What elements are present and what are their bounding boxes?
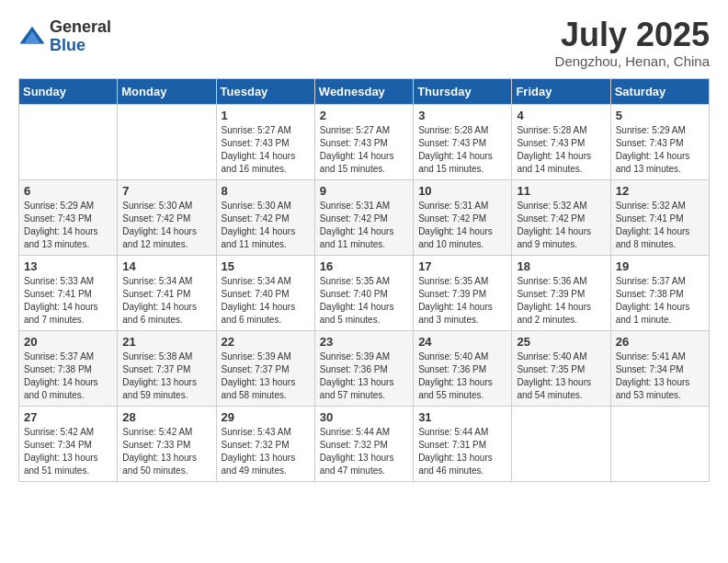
- day-number: 19: [616, 259, 704, 273]
- day-number: 24: [418, 335, 506, 349]
- day-number: 18: [517, 259, 605, 273]
- calendar-cell: 30Sunrise: 5:44 AM Sunset: 7:32 PM Dayli…: [314, 407, 413, 482]
- calendar-cell: 27Sunrise: 5:42 AM Sunset: 7:34 PM Dayli…: [19, 407, 118, 482]
- calendar-cell: 1Sunrise: 5:27 AM Sunset: 7:43 PM Daylig…: [216, 105, 314, 180]
- calendar-cell: 22Sunrise: 5:39 AM Sunset: 7:37 PM Dayli…: [216, 331, 314, 407]
- day-number: 28: [122, 410, 210, 424]
- calendar-cell: 19Sunrise: 5:37 AM Sunset: 7:38 PM Dayli…: [610, 256, 709, 331]
- calendar-cell: 4Sunrise: 5:28 AM Sunset: 7:43 PM Daylig…: [512, 105, 610, 180]
- calendar-cell: [610, 407, 709, 482]
- calendar-cell: 17Sunrise: 5:35 AM Sunset: 7:39 PM Dayli…: [414, 256, 512, 331]
- day-info: Sunrise: 5:29 AM Sunset: 7:43 PM Dayligh…: [24, 200, 112, 251]
- calendar-header-wednesday: Wednesday: [314, 79, 413, 105]
- logo: General Blue: [18, 18, 111, 55]
- location-text: Dengzhou, Henan, China: [555, 53, 710, 69]
- day-info: Sunrise: 5:31 AM Sunset: 7:42 PM Dayligh…: [418, 200, 506, 251]
- day-info: Sunrise: 5:37 AM Sunset: 7:38 PM Dayligh…: [24, 350, 112, 402]
- day-info: Sunrise: 5:43 AM Sunset: 7:32 PM Dayligh…: [222, 426, 310, 477]
- day-info: Sunrise: 5:42 AM Sunset: 7:33 PM Dayligh…: [122, 426, 210, 477]
- calendar-cell: 25Sunrise: 5:40 AM Sunset: 7:35 PM Dayli…: [512, 331, 610, 407]
- day-info: Sunrise: 5:34 AM Sunset: 7:40 PM Dayligh…: [222, 275, 310, 327]
- calendar-header-tuesday: Tuesday: [216, 79, 314, 105]
- day-info: Sunrise: 5:28 AM Sunset: 7:43 PM Dayligh…: [418, 124, 506, 176]
- calendar-cell: 24Sunrise: 5:40 AM Sunset: 7:36 PM Dayli…: [414, 331, 512, 407]
- day-info: Sunrise: 5:33 AM Sunset: 7:41 PM Dayligh…: [24, 275, 112, 327]
- calendar-header-thursday: Thursday: [414, 79, 512, 105]
- day-info: Sunrise: 5:27 AM Sunset: 7:43 PM Dayligh…: [320, 124, 408, 176]
- day-info: Sunrise: 5:41 AM Sunset: 7:34 PM Dayligh…: [616, 350, 704, 402]
- calendar-cell: 18Sunrise: 5:36 AM Sunset: 7:39 PM Dayli…: [512, 256, 610, 331]
- day-info: Sunrise: 5:32 AM Sunset: 7:42 PM Dayligh…: [517, 200, 605, 251]
- day-number: 31: [418, 410, 506, 424]
- day-number: 20: [24, 335, 112, 349]
- day-info: Sunrise: 5:35 AM Sunset: 7:39 PM Dayligh…: [418, 275, 506, 327]
- calendar-cell: 23Sunrise: 5:39 AM Sunset: 7:36 PM Dayli…: [314, 331, 413, 407]
- calendar-week-2: 6Sunrise: 5:29 AM Sunset: 7:43 PM Daylig…: [19, 180, 710, 256]
- calendar-cell: 12Sunrise: 5:32 AM Sunset: 7:41 PM Dayli…: [610, 180, 709, 256]
- day-number: 10: [418, 184, 506, 198]
- day-info: Sunrise: 5:35 AM Sunset: 7:40 PM Dayligh…: [320, 275, 408, 327]
- calendar-cell: 14Sunrise: 5:34 AM Sunset: 7:41 PM Dayli…: [118, 256, 216, 331]
- day-number: 14: [122, 259, 210, 273]
- calendar-cell: 15Sunrise: 5:34 AM Sunset: 7:40 PM Dayli…: [216, 256, 314, 331]
- day-info: Sunrise: 5:34 AM Sunset: 7:41 PM Dayligh…: [122, 275, 210, 327]
- calendar-cell: 13Sunrise: 5:33 AM Sunset: 7:41 PM Dayli…: [19, 256, 118, 331]
- day-number: 16: [320, 259, 408, 273]
- calendar-cell: 2Sunrise: 5:27 AM Sunset: 7:43 PM Daylig…: [314, 105, 413, 180]
- calendar-week-4: 20Sunrise: 5:37 AM Sunset: 7:38 PM Dayli…: [19, 331, 710, 407]
- calendar-header-friday: Friday: [512, 79, 610, 105]
- calendar-cell: 26Sunrise: 5:41 AM Sunset: 7:34 PM Dayli…: [610, 331, 709, 407]
- day-number: 5: [616, 109, 704, 122]
- day-info: Sunrise: 5:40 AM Sunset: 7:35 PM Dayligh…: [517, 350, 605, 402]
- calendar-cell: 6Sunrise: 5:29 AM Sunset: 7:43 PM Daylig…: [19, 180, 118, 256]
- calendar-cell: 21Sunrise: 5:38 AM Sunset: 7:37 PM Dayli…: [118, 331, 216, 407]
- day-info: Sunrise: 5:27 AM Sunset: 7:43 PM Dayligh…: [222, 124, 310, 176]
- calendar-cell: 5Sunrise: 5:29 AM Sunset: 7:43 PM Daylig…: [610, 105, 709, 180]
- calendar-cell: 9Sunrise: 5:31 AM Sunset: 7:42 PM Daylig…: [314, 180, 413, 256]
- day-number: 26: [616, 335, 704, 349]
- day-info: Sunrise: 5:36 AM Sunset: 7:39 PM Dayligh…: [517, 275, 605, 327]
- day-number: 12: [616, 184, 704, 198]
- day-info: Sunrise: 5:44 AM Sunset: 7:32 PM Dayligh…: [320, 426, 408, 477]
- title-block: July 2025 Dengzhou, Henan, China: [555, 18, 710, 69]
- day-number: 30: [320, 410, 408, 424]
- calendar-cell: [19, 105, 118, 180]
- day-number: 11: [517, 184, 605, 198]
- calendar-header-monday: Monday: [118, 79, 216, 105]
- page-header: General Blue July 2025 Dengzhou, Henan, …: [18, 18, 710, 69]
- day-info: Sunrise: 5:44 AM Sunset: 7:31 PM Dayligh…: [418, 426, 506, 477]
- calendar-header-row: SundayMondayTuesdayWednesdayThursdayFrid…: [19, 79, 710, 105]
- calendar-cell: 28Sunrise: 5:42 AM Sunset: 7:33 PM Dayli…: [118, 407, 216, 482]
- calendar-header-sunday: Sunday: [19, 79, 118, 105]
- day-info: Sunrise: 5:28 AM Sunset: 7:43 PM Dayligh…: [517, 124, 605, 176]
- day-info: Sunrise: 5:32 AM Sunset: 7:41 PM Dayligh…: [616, 200, 704, 251]
- calendar-cell: 10Sunrise: 5:31 AM Sunset: 7:42 PM Dayli…: [414, 180, 512, 256]
- day-info: Sunrise: 5:40 AM Sunset: 7:36 PM Dayligh…: [418, 350, 506, 402]
- day-number: 1: [222, 109, 310, 122]
- day-number: 7: [122, 184, 210, 198]
- day-info: Sunrise: 5:39 AM Sunset: 7:36 PM Dayligh…: [320, 350, 408, 402]
- month-title: July 2025: [555, 18, 710, 52]
- logo-icon: [18, 23, 46, 51]
- calendar-cell: 11Sunrise: 5:32 AM Sunset: 7:42 PM Dayli…: [512, 180, 610, 256]
- day-number: 21: [122, 335, 210, 349]
- calendar-cell: [118, 105, 216, 180]
- calendar-header-saturday: Saturday: [610, 79, 709, 105]
- calendar-cell: 20Sunrise: 5:37 AM Sunset: 7:38 PM Dayli…: [19, 331, 118, 407]
- calendar-cell: 29Sunrise: 5:43 AM Sunset: 7:32 PM Dayli…: [216, 407, 314, 482]
- day-number: 15: [222, 259, 310, 273]
- day-number: 3: [418, 109, 506, 122]
- day-number: 17: [418, 259, 506, 273]
- logo-general-text: General: [50, 18, 111, 37]
- day-info: Sunrise: 5:38 AM Sunset: 7:37 PM Dayligh…: [122, 350, 210, 402]
- day-number: 9: [320, 184, 408, 198]
- calendar-week-3: 13Sunrise: 5:33 AM Sunset: 7:41 PM Dayli…: [19, 256, 710, 331]
- day-info: Sunrise: 5:30 AM Sunset: 7:42 PM Dayligh…: [122, 200, 210, 251]
- day-number: 23: [320, 335, 408, 349]
- day-number: 4: [517, 109, 605, 122]
- calendar-cell: 7Sunrise: 5:30 AM Sunset: 7:42 PM Daylig…: [118, 180, 216, 256]
- day-info: Sunrise: 5:42 AM Sunset: 7:34 PM Dayligh…: [24, 426, 112, 477]
- day-info: Sunrise: 5:30 AM Sunset: 7:42 PM Dayligh…: [222, 200, 310, 251]
- day-number: 29: [222, 410, 310, 424]
- day-info: Sunrise: 5:29 AM Sunset: 7:43 PM Dayligh…: [616, 124, 704, 176]
